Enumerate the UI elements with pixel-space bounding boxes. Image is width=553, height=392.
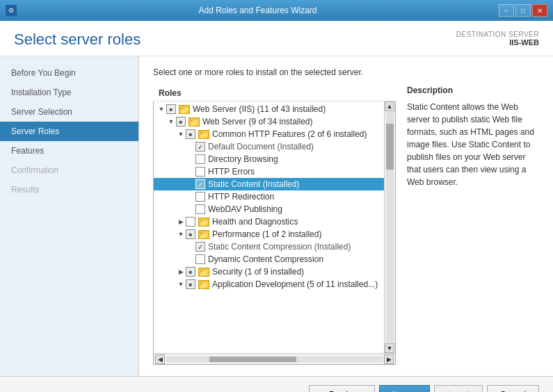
wizard-nav: Before You BeginInstallation TypeServer … [0,56,139,376]
scroll-left-button[interactable]: ◀ [155,354,165,364]
cancel-button[interactable]: Cancel [487,385,539,393]
checkbox-webdav[interactable] [195,204,205,214]
description-panel: Description Static Content allows the We… [407,85,539,365]
expand-arrow-webserver[interactable] [166,118,176,125]
tree-item-webserver[interactable]: 📁Web Server (9 of 34 installed) [154,115,384,128]
next-button[interactable]: Next > [379,385,430,393]
checkbox-webserver[interactable] [176,117,186,126]
tree-label-webdav: WebDAV Publishing [208,204,282,214]
folder-icon-webserver-iis: 📁 [179,105,190,114]
checkbox-static-compress[interactable] [195,242,205,252]
destination-label: DESTINATION SERVER [456,31,539,38]
checkbox-app-dev[interactable] [186,279,195,289]
tree-label-static-compress: Static Content Compression (Installed) [208,242,351,252]
checkbox-webserver-iis[interactable] [166,104,176,114]
tree-item-http-errors[interactable]: HTTP Errors [154,165,384,178]
roles-panel: 📁Web Server (IIS) (11 of 43 installed)📁W… [153,101,396,365]
tree-item-dir-browsing[interactable]: Directory Browsing [154,153,384,165]
folder-icon-health-diag: 📁 [198,218,209,227]
tree-item-common-http[interactable]: 📁Common HTTP Features (2 of 6 installed) [154,128,384,140]
description-text: Static Content allows the Web server to … [407,101,539,188]
tree-label-http-redirect: HTTP Redirection [208,192,274,202]
nav-item-results: Results [0,180,138,199]
restore-button[interactable]: □ [515,4,531,17]
tree-label-dynamic-compress: Dynamic Content Compression [208,254,323,264]
tree-item-performance[interactable]: 📁Performance (1 of 2 installed) [154,228,384,240]
checkbox-security[interactable] [186,267,195,277]
tree-label-security: Security (1 of 9 installed) [212,267,304,277]
checkbox-dynamic-compress[interactable] [195,254,205,264]
tree-label-default-doc: Default Document (Installed) [208,142,314,152]
checkbox-health-diag[interactable] [186,217,195,227]
expand-arrow-common-http[interactable] [176,131,186,138]
title-bar-title: Add Roles and Features Wizard [17,6,499,15]
folder-icon-security: 📁 [198,268,209,277]
nav-item-confirmation: Confirmation [0,161,138,180]
tree-item-app-dev[interactable]: 📁Application Development (5 of 11 instal… [154,278,384,291]
scroll-right-button[interactable]: ▶ [384,354,394,364]
tree-label-performance: Performance (1 of 2 installed) [212,229,321,239]
checkbox-http-redirect[interactable] [195,192,205,202]
nav-item-server-selection[interactable]: Server Selection [0,102,138,122]
tree-item-health-diag[interactable]: 📁Health and Diagnostics [154,215,384,228]
previous-button[interactable]: < Previous [309,385,375,393]
tree-item-default-doc[interactable]: Default Document (Installed) [154,140,384,153]
expand-arrow-webserver-iis[interactable] [157,106,166,113]
app-icon: ⚙ [6,5,17,16]
nav-item-installation-type[interactable]: Installation Type [0,83,138,102]
wizard-footer: < Previous Next > Install Cancel [0,376,553,392]
nav-item-before-you-begin[interactable]: Before You Begin [0,63,138,83]
checkbox-static-content[interactable] [195,179,205,189]
checkbox-default-doc[interactable] [195,142,205,152]
tree-item-http-redirect[interactable]: HTTP Redirection [154,190,384,203]
content-instruction: Select one or more roles to install on t… [153,67,539,77]
expand-arrow-app-dev[interactable] [176,281,186,288]
tree-item-webdav[interactable]: WebDAV Publishing [154,203,384,215]
description-title: Description [407,85,539,95]
tree-label-http-errors: HTTP Errors [208,167,255,177]
tree-label-dir-browsing: Directory Browsing [208,154,278,164]
tree-label-health-diag: Health and Diagnostics [212,217,298,227]
expand-arrow-health-diag[interactable] [176,218,186,225]
vertical-scrollbar[interactable]: ▲ ▼ [384,101,395,353]
expand-arrow-security[interactable] [176,268,186,275]
server-name: IIS-WEB [456,38,539,47]
horizontal-scrollbar[interactable]: ◀ ▶ [154,353,395,364]
tree-label-app-dev: Application Development (5 of 11 install… [212,279,378,289]
roles-tree[interactable]: 📁Web Server (IIS) (11 of 43 installed)📁W… [154,101,384,353]
destination-server: DESTINATION SERVER IIS-WEB [456,31,539,47]
tree-item-static-compress[interactable]: Static Content Compression (Installed) [154,240,384,253]
wizard-header: Select server roles DESTINATION SERVER I… [0,21,553,56]
tree-item-static-content[interactable]: Static Content (Installed) [154,178,384,190]
checkbox-dir-browsing[interactable] [195,154,205,164]
wizard-content: Select one or more roles to install on t… [139,56,553,376]
expand-arrow-performance[interactable] [176,231,186,238]
nav-item-features[interactable]: Features [0,141,138,161]
folder-icon-common-http: 📁 [198,130,209,139]
checkbox-http-errors[interactable] [195,167,205,177]
tree-label-webserver-iis: Web Server (IIS) (11 of 43 installed) [193,104,326,114]
title-bar: ⚙ Add Roles and Features Wizard − □ ✕ [0,0,553,21]
tree-item-security[interactable]: 📁Security (1 of 9 installed) [154,266,384,278]
nav-item-server-roles[interactable]: Server Roles [0,122,138,141]
folder-icon-app-dev: 📁 [198,280,209,289]
tree-label-common-http: Common HTTP Features (2 of 6 installed) [212,129,367,139]
checkbox-performance[interactable] [186,229,195,239]
page-title: Select server roles [14,31,141,49]
install-button[interactable]: Install [434,385,483,393]
checkbox-common-http[interactable] [186,129,195,139]
minimize-button[interactable]: − [499,4,514,17]
tree-item-webserver-iis[interactable]: 📁Web Server (IIS) (11 of 43 installed) [154,103,384,115]
folder-icon-performance: 📁 [198,230,209,239]
roles-section: Roles 📁Web Server (IIS) (11 of 43 instal… [153,85,539,365]
close-button[interactable]: ✕ [532,4,547,17]
tree-label-webserver: Web Server (9 of 34 installed) [202,117,313,126]
roles-label: Roles [153,85,396,101]
tree-item-dynamic-compress[interactable]: Dynamic Content Compression [154,253,384,266]
tree-label-static-content: Static Content (Installed) [208,179,299,189]
folder-icon-webserver: 📁 [189,117,200,126]
